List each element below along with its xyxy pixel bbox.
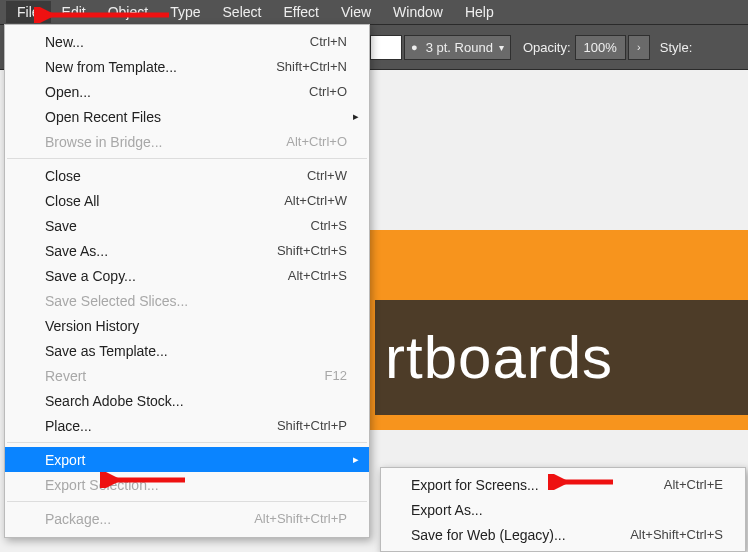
menuitem-export-for-screens[interactable]: Export for Screens... Alt+Ctrl+E [381,472,745,497]
menuitem-close[interactable]: Close Ctrl+W [5,163,369,188]
artboard-text: rtboards [385,323,613,392]
opacity-flyout[interactable]: › [628,35,650,60]
menuitem-version-history[interactable]: Version History [5,313,369,338]
menu-file[interactable]: File [6,1,51,23]
menu-select[interactable]: Select [212,1,273,23]
menuitem-package: Package... Alt+Shift+Ctrl+P [5,506,369,531]
submenu-arrow-icon: ▸ [353,110,359,123]
menuitem-save-as[interactable]: Save As... Shift+Ctrl+S [5,238,369,263]
menuitem-browse-in-bridge: Browse in Bridge... Alt+Ctrl+O [5,129,369,154]
menu-edit[interactable]: Edit [51,1,97,23]
artboard-text-box: rtboards [375,300,748,415]
menu-window[interactable]: Window [382,1,454,23]
menuitem-open-recent[interactable]: Open Recent Files ▸ [5,104,369,129]
brush-preset-dropdown[interactable]: ● 3 pt. Round ▾ [404,35,511,60]
menu-view[interactable]: View [330,1,382,23]
menuitem-save-for-web[interactable]: Save for Web (Legacy)... Alt+Shift+Ctrl+… [381,522,745,547]
menu-type[interactable]: Type [159,1,211,23]
brush-preset-label: 3 pt. Round [426,40,493,55]
menuitem-save-a-copy[interactable]: Save a Copy... Alt+Ctrl+S [5,263,369,288]
menuitem-save[interactable]: Save Ctrl+S [5,213,369,238]
menu-effect[interactable]: Effect [272,1,330,23]
menuitem-place[interactable]: Place... Shift+Ctrl+P [5,413,369,438]
bullet-icon: ● [411,41,418,53]
stroke-swatch[interactable] [370,35,402,60]
menuitem-save-as-template[interactable]: Save as Template... [5,338,369,363]
style-label: Style: [660,40,693,55]
opacity-label: Opacity: [523,40,571,55]
menu-separator [7,501,367,502]
menubar: File Edit Object Type Select Effect View… [0,0,748,24]
menuitem-export-selection: Export Selection... [5,472,369,497]
menuitem-export-as[interactable]: Export As... [381,497,745,522]
menuitem-new-from-template[interactable]: New from Template... Shift+Ctrl+N [5,54,369,79]
export-submenu: Export for Screens... Alt+Ctrl+E Export … [380,467,746,552]
opacity-value: 100% [584,40,617,55]
menu-separator [7,158,367,159]
menu-help[interactable]: Help [454,1,505,23]
menuitem-revert: Revert F12 [5,363,369,388]
menuitem-search-adobe-stock[interactable]: Search Adobe Stock... [5,388,369,413]
opacity-field[interactable]: 100% [575,35,626,60]
menuitem-export[interactable]: Export ▸ [5,447,369,472]
menu-separator [7,442,367,443]
menuitem-new[interactable]: New... Ctrl+N [5,29,369,54]
menu-object[interactable]: Object [97,1,159,23]
chevron-down-icon: ▾ [499,42,504,53]
chevron-right-icon: › [637,41,641,53]
menuitem-open[interactable]: Open... Ctrl+O [5,79,369,104]
menuitem-save-selected-slices: Save Selected Slices... [5,288,369,313]
menuitem-close-all[interactable]: Close All Alt+Ctrl+W [5,188,369,213]
file-menu-dropdown: New... Ctrl+N New from Template... Shift… [4,24,370,538]
submenu-arrow-icon: ▸ [353,453,359,466]
